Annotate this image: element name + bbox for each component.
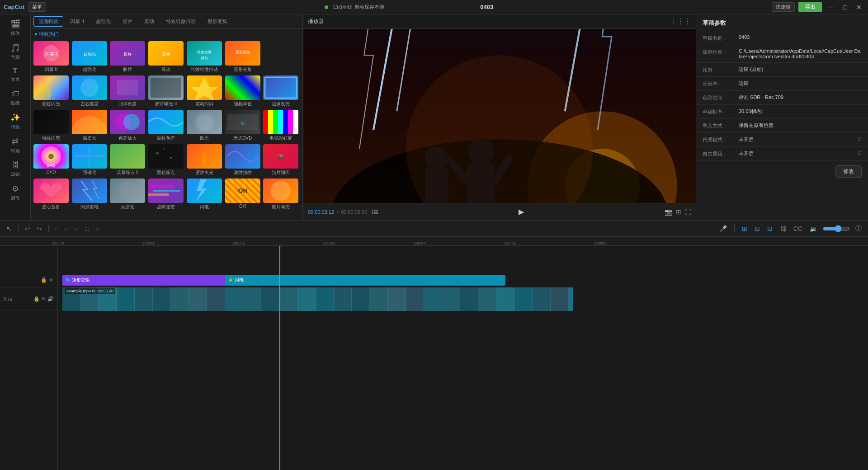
trim-left-button[interactable]: ⌐ [63, 224, 71, 233]
sidebar-item-sticker[interactable]: 🏷 贴纸 [2, 86, 29, 109]
cat-tab-xinzhuang[interactable]: 星形变集 [203, 16, 232, 27]
video-lock-icon[interactable]: 🔒 [33, 296, 40, 302]
zoom-out-btn[interactable]: ⊟ [753, 224, 762, 233]
player-screenshot-button[interactable]: 📷 [665, 208, 672, 216]
zoom-slider[interactable] [823, 225, 850, 232]
caption-btn[interactable]: CC [792, 224, 804, 233]
effect-item-film2[interactable]: 胶片曝光 II [148, 75, 184, 108]
effect-item-bounce[interactable]: 回弹振摆 [110, 75, 145, 108]
sidebar-item-label-transitions: 转场 [11, 148, 20, 154]
zoom-in-btn[interactable]: ⊞ [740, 224, 749, 233]
cat-tab-zhandou[interactable]: 震动 [139, 16, 159, 27]
player-play-button[interactable]: ▶ [519, 207, 524, 216]
cat-tab-jiabian[interactable]: 胶片 [118, 16, 137, 27]
timeline-toolbar: ↖ ↩ ↪ ⌐ ⌐ ⌐ □ ○ 🎤 ⊞ ⊟ ⊡ ⛓ CC 🔉 [0, 221, 868, 237]
menu-button[interactable]: 菜单 [28, 2, 46, 12]
cat-tab-shanshan[interactable]: 闪幕 II [65, 16, 89, 27]
effect-item-wave-twist[interactable]: 波纹扭曲 [225, 144, 260, 177]
delete-button[interactable]: □ [84, 224, 91, 233]
export-button[interactable]: 导出 [798, 2, 822, 12]
effect-item-mag[interactable]: 强磁化 [72, 144, 107, 177]
svg-point-8 [33, 85, 52, 100]
freelayer-toggle[interactable]: ⊙ [858, 150, 862, 156]
effect-item-rainbow[interactable]: 彩虹闪光 [33, 75, 69, 108]
svg-rect-13 [265, 77, 297, 98]
effect-item-edge-glow[interactable]: 边缘发光 [263, 75, 298, 108]
sidebar-item-filters[interactable]: 🎛 滤镜 [2, 158, 29, 180]
timeline-toolbar-left: ↖ ↩ ↪ ⌐ ⌐ ⌐ □ ○ [5, 224, 101, 233]
svg-text:胶片: 胶片 [123, 52, 132, 56]
video-track-bar[interactable] [62, 287, 573, 311]
effect-item-fireplace[interactable]: 壁炉火光 [187, 144, 222, 177]
effect-item-superstrong[interactable]: 超强化 超强化 [72, 41, 107, 74]
effect-label-lightning: 闪电 [187, 203, 222, 211]
effect-item-neg-flash[interactable]: 🎬 负片频闪 [263, 144, 298, 177]
effect-item-warm-light[interactable]: 温柔光 [72, 110, 107, 142]
info-btn[interactable]: ⓘ [854, 224, 863, 234]
effect-item-wave-color[interactable]: 波纹色差 [148, 110, 184, 142]
effect-item-black-noise[interactable]: 黑色燥点 [148, 144, 184, 177]
sidebar-item-label-effects: 特效 [11, 124, 20, 130]
modify-button[interactable]: 修改 [835, 165, 862, 178]
effect-item-heart[interactable]: 爱心放射 [33, 179, 69, 211]
effect-item-shake-flash[interactable]: 震动闪闪 [187, 75, 222, 108]
effect-item-film-expose[interactable]: 胶片曝光 [263, 179, 298, 211]
thumb-27 [551, 287, 569, 311]
sidebar-item-audio[interactable]: 🎵 音频 [2, 40, 29, 63]
bottom-section: ↖ ↩ ↪ ⌐ ⌐ ⌐ □ ○ 🎤 ⊞ ⊟ ⊡ ⛓ CC 🔉 [0, 220, 868, 470]
svg-text:DVD: DVD [47, 163, 56, 168]
effect-item-glitch-lost[interactable]: 故障迷茫 [148, 179, 184, 211]
effects-bar-lightning[interactable]: ⚡ 闪电 [225, 275, 505, 286]
effect-item-color-diff[interactable]: 色差放大 [110, 110, 145, 142]
vol-down-btn[interactable]: 🔉 [808, 224, 819, 233]
effect-item-flash-black[interactable]: 特效闪黑 [33, 110, 69, 142]
sidebar-item-transitions[interactable]: ⇄ 转场 [2, 134, 29, 157]
cat-tab-huamian[interactable]: 画面特效 [33, 16, 63, 27]
sidebar-item-effects[interactable]: ✨ 特效 [2, 110, 29, 133]
video-eye-icon[interactable]: 👁 [41, 296, 46, 302]
effect-item-dvd[interactable]: DVD DVD [33, 144, 69, 177]
effect-item-old-dvd[interactable]: 📺 老式DVD [225, 110, 260, 142]
effect-item-screen-noise[interactable]: 荧幕噪点 II [110, 144, 145, 177]
cat-tab-chaoqiang[interactable]: 超强化 [91, 16, 116, 27]
close-button[interactable]: ✕ [854, 3, 864, 12]
effect-item-star[interactable]: 星形变集 星形变集 [225, 41, 260, 74]
effects-eye-icon[interactable]: 👁 [49, 277, 54, 283]
proxy-toggle[interactable]: ⊙ [858, 136, 862, 142]
effect-item-blur[interactable]: 散光 [187, 110, 222, 142]
redo-button[interactable]: ↪ [35, 224, 44, 233]
effect-item-random-color[interactable]: 随机单色 [225, 75, 260, 108]
sidebar-item-media[interactable]: 🎬 媒体 [2, 16, 29, 39]
minimize-button[interactable]: — [826, 3, 837, 12]
cat-tab-texiao[interactable]: 特效轻微抖动 [161, 16, 201, 27]
effect-item-tv-rainbow[interactable]: 电视彩虹屏 [263, 110, 298, 142]
undo-button[interactable]: ↩ [23, 224, 32, 233]
trim-right-button[interactable]: ⌐ [73, 224, 80, 233]
effect-item-flash2[interactable]: 闪幕II 闪幕 II [33, 41, 69, 74]
player-menu-button[interactable]: ⋮⋮⋮ [670, 17, 691, 26]
player-grid-button[interactable]: ⊞ [676, 208, 681, 216]
shortcut-button[interactable]: 快捷键 [772, 2, 795, 12]
split-button[interactable]: ⌐ [53, 224, 61, 233]
effect-item-light-shake[interactable]: 特效轻微抖动 特效轻微抖动 [187, 41, 222, 74]
effect-item-lightning[interactable]: 闪电 [187, 179, 222, 211]
sidebar-item-text[interactable]: T 文本 [2, 64, 29, 85]
effects-lock-icon[interactable]: 🔒 [41, 277, 47, 283]
zoom-fit-btn[interactable]: ⊡ [765, 224, 774, 233]
video-audio-icon[interactable]: 🔊 [47, 296, 54, 302]
player-fullscreen-button[interactable]: ⛶ [685, 208, 691, 216]
effect-label-glitch-lost: 故障迷茫 [148, 203, 184, 211]
effect-item-shake[interactable]: 震动 震动 [148, 41, 184, 74]
effects-grid-container[interactable]: 闪幕II 闪幕 II 超强化 超强化 胶片 [31, 39, 302, 220]
effect-item-oh[interactable]: OH OH [225, 179, 260, 211]
effect-item-screen-lightning[interactable]: 闪屏雷电 [72, 179, 107, 211]
effect-item-sway[interactable]: 左右摇晃 [72, 75, 107, 108]
cursor-button[interactable]: ↖ [5, 224, 14, 233]
mic-button[interactable]: 🎤 [717, 224, 729, 233]
link-btn[interactable]: ⛓ [778, 224, 788, 233]
sidebar-item-adjustments[interactable]: ⚙ 调节 [2, 181, 29, 204]
stabilize-button[interactable]: ○ [94, 224, 101, 233]
effect-item-wu-yan[interactable]: 吴彦光 [110, 179, 145, 211]
maximize-button[interactable]: □ [841, 3, 850, 12]
effect-item-film[interactable]: 胶片 胶片 [110, 41, 145, 74]
